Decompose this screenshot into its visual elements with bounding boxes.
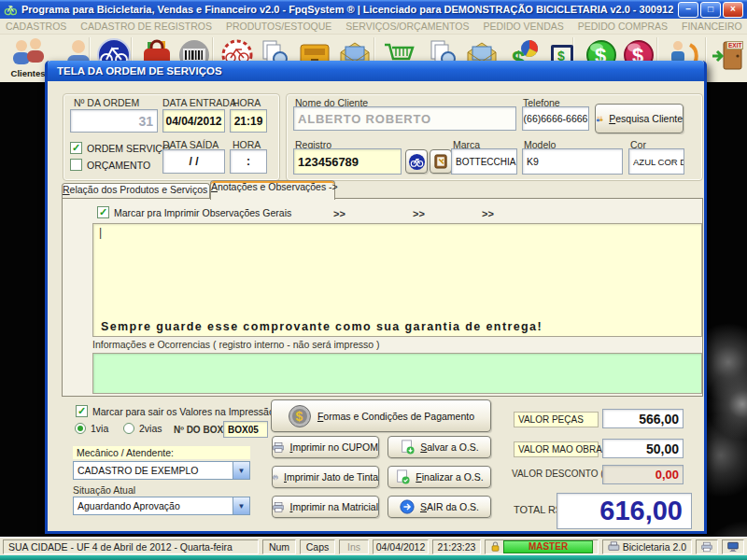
screen: Programa para Bicicletaria, Vendas e Fin… [0, 0, 747, 560]
valor-desconto-field[interactable]: 0,00 [602, 465, 684, 484]
master-user-badge: MASTER [503, 540, 593, 553]
box-number-field[interactable]: BOX05 [223, 421, 268, 438]
text-cursor: | [99, 226, 102, 239]
edit-note-button[interactable] [430, 149, 452, 174]
chevron-down-icon[interactable]: ▼ [233, 462, 249, 479]
chevron-down-icon[interactable]: ▼ [233, 497, 249, 514]
status-printer[interactable] [696, 539, 718, 554]
service-order-dialog: TELA DA ORDEM DE SERVIÇOS Nº DA ORDEM 31… [45, 61, 707, 534]
arrows-marker: >> [482, 208, 494, 219]
exit-badge-label: EXIT [726, 41, 743, 49]
exit-os-button[interactable]: SAIR da O.S. [388, 496, 491, 518]
modelo-field[interactable]: K9 [522, 148, 623, 175]
exit-date-field[interactable]: / / [162, 149, 225, 174]
payment-terms-button[interactable]: $ Formas e Condições de Pagamento [271, 399, 491, 432]
radio-unselected-icon [123, 423, 134, 434]
status-date: 04/04/2012 [373, 539, 429, 554]
status-ins: Ins [339, 539, 369, 554]
blue-arrow-icon [400, 499, 415, 514]
print-cupom-button[interactable]: Imprimir no CUPOM [272, 436, 379, 458]
print-values-checkbox[interactable]: ✓ Marcar para sair os Valores na Impress… [76, 405, 275, 417]
finish-os-button[interactable]: Finalizar a O.S. [388, 466, 491, 488]
valor-pecas-field[interactable]: 566,00 [602, 409, 684, 428]
printer-icon [273, 500, 284, 514]
total-field[interactable]: 616,00 [557, 493, 692, 529]
search-client-label: Pesquisa Cliente [609, 113, 683, 124]
finish-document-icon [395, 469, 410, 484]
status-caps: Caps [300, 539, 335, 554]
lock-icon [490, 540, 500, 553]
save-os-button[interactable]: Salvar a O.S. [388, 436, 491, 458]
print-matrix-button[interactable]: Imprimir na Matricial [272, 496, 379, 518]
mechanic-dropdown[interactable]: CADASTRO DE EXEMPLO ▼ [73, 461, 250, 480]
menu-pedido-compras[interactable]: PEDIDO COMPRAS [578, 21, 668, 32]
marca-field[interactable]: BOTTECCHIA [451, 148, 517, 175]
print-inkjet-button[interactable]: Imprimir Jato de Tinta [272, 466, 379, 488]
close-button[interactable]: × [723, 2, 743, 18]
exit-time-field[interactable]: : [230, 149, 267, 174]
tab-anotacoes-observacoes[interactable]: Anotações e Observações -> [210, 180, 335, 200]
entry-time-label: HORA [233, 97, 261, 108]
bike-lookup-button[interactable] [405, 149, 428, 174]
internal-info-label: Informações e Ocorrencias ( registro int… [92, 339, 380, 350]
minimize-button[interactable]: – [678, 2, 698, 18]
service-order-checkbox[interactable]: ✓ ORDEM SERVIÇO [70, 142, 170, 154]
budget-checkbox[interactable]: ORÇAMENTO [70, 159, 150, 171]
printer-icon [701, 541, 712, 553]
app-title: Programa para Bicicletaria, Vendas e Fin… [21, 4, 673, 15]
monitor-icon [727, 541, 739, 553]
menubar: CADASTROS CADASTRO DE REGISTROS PRODUTOS… [0, 19, 747, 35]
entry-time-field[interactable]: 21:19 [230, 109, 267, 133]
arrows-marker: >> [413, 208, 425, 219]
menu-pedido-vendas[interactable]: PEDIDO VENDAS [483, 21, 563, 32]
menu-cadastros[interactable]: CADASTROS [6, 21, 66, 32]
menu-produtos-estoque[interactable]: PRODUTOS/ESTOQUE [226, 21, 331, 32]
checkbox-checked-icon: ✓ [76, 405, 88, 417]
client-name-field[interactable]: ALBERTO ROBERTO [293, 106, 516, 131]
restore-button[interactable]: □ [700, 2, 721, 18]
arrows-marker: >> [333, 208, 345, 219]
dialog-titlebar[interactable]: TELA DA ORDEM DE SERVIÇOS [48, 61, 704, 81]
print-observations-checkbox[interactable]: ✓ Marcar pra Imprimir Observações Gerais [97, 206, 291, 218]
checkbox-checked-icon: ✓ [70, 142, 82, 154]
bottom-strip [0, 555, 747, 560]
exit-os-label: SAIR da O.S. [420, 501, 479, 512]
total-label: TOTAL R$ [514, 504, 561, 515]
box-number-label: Nº DO BOX [174, 425, 223, 435]
checkbox-unchecked-icon [70, 159, 82, 171]
status-monitor[interactable] [722, 539, 744, 554]
via2-radio[interactable]: 2vias [123, 423, 162, 434]
clients-toolbar-button[interactable]: Clientes [7, 36, 49, 81]
internal-info-textarea[interactable] [92, 353, 702, 394]
status-app-name: Bicicletaria 2.0 [623, 541, 686, 553]
valor-pecas-label: VALOR PEÇAS [514, 412, 599, 427]
order-number-label: Nº DA ORDEM [74, 97, 139, 108]
menu-cadastro-de-registros[interactable]: CADASTRO DE REGISTROS [80, 21, 212, 32]
bike-lookup-icon [408, 153, 426, 171]
menu-servicos-orcamentos[interactable]: SERVIÇOS/ORÇAMENTOS [345, 21, 469, 32]
save-document-icon [400, 440, 415, 455]
entry-date-field[interactable]: 04/04/2012 [162, 109, 225, 133]
search-client-button[interactable]: Pesquisa Cliente [595, 104, 684, 133]
registro-field[interactable]: 123456789 [293, 148, 402, 175]
status-dropdown[interactable]: Aguardando Aprovação ▼ [73, 497, 250, 515]
via1-radio[interactable]: 1via [75, 423, 108, 434]
valor-mao-obra-field[interactable]: 50,00 [602, 439, 684, 458]
cor-field[interactable]: AZUL COR D [628, 148, 684, 175]
guarantee-note: Sempre guarde esse comprovante como sua … [101, 320, 543, 333]
observations-panel: ✓ Marcar pra Imprimir Observações Gerais… [62, 198, 703, 397]
app-logo-icon [4, 3, 17, 16]
budget-checkbox-label: ORÇAMENTO [87, 160, 150, 171]
clients-toolbar-label: Clientes [11, 68, 46, 78]
status-app: Bicicletaria 2.0 [602, 539, 692, 554]
menu-financeiro[interactable]: FINANCEIRO [682, 21, 742, 32]
via2-label: 2vias [139, 423, 162, 434]
coin-icon: $ [288, 404, 312, 428]
exit-toolbar-button[interactable]: EXIT [708, 36, 747, 81]
print-inkjet-label: Imprimir Jato de Tinta [284, 471, 378, 483]
general-observations-textarea[interactable]: | Sempre guarde esse comprovante como su… [92, 223, 702, 337]
phone-field[interactable]: (66)6666-6666 [522, 106, 589, 131]
status-label: Situação Atual [73, 484, 135, 496]
entry-date-label: DATA ENTRADA [162, 97, 236, 108]
order-number-field[interactable]: 31 [70, 109, 158, 133]
